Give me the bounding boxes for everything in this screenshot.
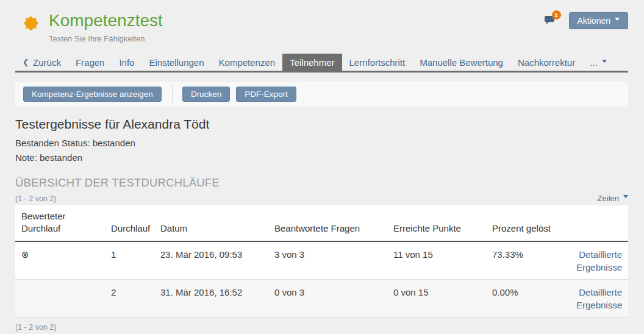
tab-label: Fragen xyxy=(76,57,105,68)
range-label-top: (1 - 2 von 2) xyxy=(15,194,56,203)
brand: Kompetenztest Testen Sie Ihre Fähigkeite… xyxy=(20,11,163,43)
print-button[interactable]: Drucken xyxy=(182,87,230,102)
competence-results-button[interactable]: Kompetenz-Ergebnisse anzeigen xyxy=(23,87,162,102)
cell-date: 31. Mär 2016, 16:52 xyxy=(154,279,268,317)
cell-points: 0 von 15 xyxy=(387,279,486,317)
tab-fragen[interactable]: Fragen xyxy=(68,54,112,71)
top-header: Kompetenztest Testen Sie Ihre Fähigkeite… xyxy=(0,0,644,54)
detailed-results-link[interactable]: Detaillierte Ergebnisse xyxy=(567,248,622,274)
actions-button-label: Aktionen xyxy=(578,16,610,26)
cell-answered: 0 von 3 xyxy=(268,279,387,317)
col-header-answered: Beantwortete Fragen xyxy=(268,205,387,241)
caret-down-icon xyxy=(615,18,620,23)
cell-answered: 3 von 3 xyxy=(268,241,387,280)
tab-bar: ❮ Zurück Fragen Info Einstellungen Kompe… xyxy=(15,54,628,73)
rows-dropdown-label: Zeilen xyxy=(598,194,619,203)
cell-pass: 1 xyxy=(105,241,154,280)
title-block: Kompetenztest Testen Sie Ihre Fähigkeite… xyxy=(49,11,163,43)
col-header-percent: Prozent gelöst xyxy=(486,205,561,241)
pdf-export-button[interactable]: PDF-Export xyxy=(236,87,296,102)
table-header-row: Bewerteter Durchlauf Durchlauf Datum Bea… xyxy=(15,205,628,241)
page-title: Kompetenztest xyxy=(49,11,163,30)
rows-dropdown[interactable]: Zeilen xyxy=(598,194,628,203)
cell-percent: 73.33% xyxy=(486,241,561,280)
puzzle-icon xyxy=(20,13,40,34)
tab-nachkorrektur[interactable]: Nachkorrektur xyxy=(510,54,582,71)
table-meta-top: (1 - 2 von 2) Zeilen xyxy=(15,194,628,203)
caret-down-icon xyxy=(623,195,628,201)
actions-button[interactable]: Aktionen xyxy=(569,12,628,29)
tab-label: Kompetenzen xyxy=(219,57,276,68)
main-content: Testergebnisse für Alexandra Tödt Bestan… xyxy=(0,117,644,332)
passed-status-line: Bestanden Status: bestanden xyxy=(15,138,628,148)
page: Kompetenztest Testen Sie Ihre Fähigkeite… xyxy=(0,0,644,334)
tab-label: Manuelle Bewertung xyxy=(420,57,503,68)
tab-lernfortschritt[interactable]: Lernfortschritt xyxy=(342,54,413,71)
notification-badge: 1 xyxy=(552,10,561,20)
col-header-points: Erreichte Punkte xyxy=(387,205,486,241)
top-right-controls: 1 Aktionen xyxy=(544,12,628,29)
tab-einstellungen[interactable]: Einstellungen xyxy=(141,54,211,71)
col-header-date: Datum xyxy=(154,205,268,241)
tab-label: Info xyxy=(119,57,134,68)
tab-teilnehmer[interactable]: Teilnehmer xyxy=(282,54,342,71)
chevron-left-icon: ❮ xyxy=(23,58,29,66)
table-row: ⊗ 1 23. Mär 2016, 09:53 3 von 3 11 von 1… xyxy=(15,241,628,280)
tab-label: Lernfortschritt xyxy=(349,57,406,68)
tab-back[interactable]: ❮ Zurück xyxy=(15,54,68,71)
detailed-results-link[interactable]: Detaillierte Ergebnisse xyxy=(567,286,622,311)
table-row: 2 31. Mär 2016, 16:52 0 von 3 0 von 15 0… xyxy=(15,279,628,317)
section-title: ÜBERSICHT DER TESTDURCHLÄUFE xyxy=(15,176,628,190)
cell-percent: 0.00% xyxy=(486,279,561,317)
cell-points: 11 von 15 xyxy=(387,241,486,280)
col-header-scored-pass: Bewerteter Durchlauf xyxy=(15,205,105,241)
page-subtitle: Testen Sie Ihre Fähigkeiten xyxy=(49,34,163,43)
tab-info[interactable]: Info xyxy=(112,54,141,71)
col-header-details xyxy=(561,205,628,241)
tab-kompetenzen[interactable]: Kompetenzen xyxy=(212,54,283,71)
tab-label: Teilnehmer xyxy=(290,57,334,68)
table-header: Bewerteter Durchlauf Durchlauf Datum Bea… xyxy=(15,205,628,241)
col-header-pass: Durchlauf xyxy=(105,205,154,241)
tab-label: ... xyxy=(590,57,598,68)
test-runs-table: Bewerteter Durchlauf Durchlauf Datum Bea… xyxy=(15,205,628,318)
notification-button[interactable]: 1 xyxy=(544,15,556,27)
tab-label: Nachkorrektur xyxy=(518,57,575,68)
range-label-bottom: (1 - 2 von 2) xyxy=(15,323,628,332)
grade-line: Note: bestanden xyxy=(15,152,628,163)
circled-x-icon: ⊗ xyxy=(21,249,29,260)
cell-date: 23. Mär 2016, 09:53 xyxy=(154,241,268,280)
cell-pass: 2 xyxy=(105,279,154,317)
tab-label: Einstellungen xyxy=(149,57,204,68)
toolbar: Kompetenz-Ergebnisse anzeigen Drucken PD… xyxy=(15,82,628,107)
caret-down-icon xyxy=(602,60,607,65)
tab-more-dropdown[interactable]: ... xyxy=(582,54,614,71)
tab-back-label: Zurück xyxy=(33,57,61,68)
tab-manuelle-bewertung[interactable]: Manuelle Bewertung xyxy=(412,54,510,71)
toolbar-divider xyxy=(172,85,173,103)
results-heading: Testergebnisse für Alexandra Tödt xyxy=(15,117,628,132)
